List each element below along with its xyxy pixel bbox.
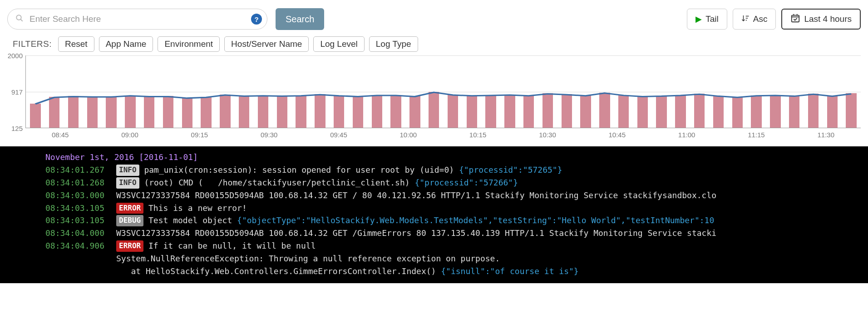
log-json: {"isnull":"of course it is"} — [441, 266, 578, 276]
calendar-icon — [790, 13, 800, 25]
chart-line — [35, 92, 851, 104]
log-level-badge: DEBUG — [116, 215, 143, 226]
search-button[interactable]: Search — [276, 8, 324, 30]
filter-reset[interactable]: Reset — [58, 36, 94, 52]
log-timestamp: 08:34:04.906 — [45, 240, 116, 252]
log-message: DEBUG Test model object {"objectType":"H… — [116, 214, 868, 227]
xtick: 10:15 — [443, 131, 513, 139]
log-message: ERROR This is a new error! — [116, 202, 868, 215]
log-stack-line: at HelloStackify.Web.Controllers.GimmeEr… — [0, 265, 868, 278]
log-message: W3SVC1273337584 RD00155D5094AB 100.68.14… — [116, 227, 868, 240]
log-timestamp: 08:34:01.267 — [45, 164, 116, 176]
log-row[interactable]: 08:34:03.105DEBUG Test model object {"ob… — [0, 214, 868, 227]
filter-host-server-name[interactable]: Host/Server Name — [224, 36, 309, 52]
log-json: {"processid":"57265"} — [459, 165, 562, 175]
x-axis-labels: 08:4509:0009:1509:3009:4510:0010:1510:30… — [25, 131, 861, 139]
log-pane: November 1st, 2016 [2016-11-01] 08:34:01… — [0, 146, 868, 283]
filters-label: FILTERS: — [13, 39, 54, 49]
log-message: INFO (root) CMD ( /home/stackifyuser/pet… — [116, 176, 868, 189]
search-wrap: ? — [7, 9, 267, 30]
ytick: 2000 — [8, 52, 23, 60]
log-timestamp: 08:34:03.105 — [45, 214, 116, 227]
log-timestamp: 08:34:01.268 — [45, 176, 116, 189]
filters-row: FILTERS: ResetApp NameEnvironmentHost/Se… — [0, 36, 868, 55]
xtick: 11:15 — [721, 131, 791, 139]
log-row[interactable]: 08:34:04.000W3SVC1273337584 RD00155D5094… — [0, 227, 868, 240]
log-message: ERROR If it can be null, it will be null — [116, 240, 868, 252]
log-timestamp: 08:34:03.000 — [45, 189, 116, 202]
time-range-label: Last 4 hours — [804, 14, 852, 24]
log-row[interactable]: 08:34:03.105ERROR This is a new error! — [0, 202, 868, 215]
log-json: {"processid":"57266"} — [414, 178, 518, 187]
xtick: 11:00 — [652, 131, 721, 139]
xtick: 09:45 — [304, 131, 373, 139]
filter-log-level[interactable]: Log Level — [313, 36, 364, 52]
log-row[interactable]: 08:34:01.268INFO (root) CMD ( /home/stac… — [0, 176, 868, 189]
xtick: 09:15 — [165, 131, 234, 139]
log-stack-line: System.NullReferenceException: Throwing … — [0, 252, 868, 265]
log-message: INFO pam_unix(cron:session): session ope… — [116, 164, 868, 176]
sort-asc-button[interactable]: Asc — [733, 9, 776, 30]
xtick: 10:30 — [513, 131, 582, 139]
filter-log-type[interactable]: Log Type — [369, 36, 418, 52]
log-message: W3SVC1273337584 RD00155D5094AB 100.68.14… — [116, 189, 868, 202]
search-icon — [15, 14, 24, 24]
svg-point-0 — [16, 15, 21, 20]
log-level-badge: INFO — [116, 177, 139, 189]
top-bar: ? Search ▶ Tail Asc Last 4 hours — [0, 0, 868, 36]
tail-label: Tail — [705, 14, 719, 24]
log-row[interactable]: 08:34:01.267INFO pam_unix(cron:session):… — [0, 164, 868, 176]
play-icon: ▶ — [695, 14, 702, 24]
time-range-button[interactable]: Last 4 hours — [781, 9, 861, 30]
log-row[interactable]: 08:34:03.000W3SVC1273337584 RD00155D5094… — [0, 189, 868, 202]
log-json: {"objectType":"HelloStackify.Web.Models.… — [237, 215, 714, 225]
log-level-badge: ERROR — [116, 240, 143, 252]
log-level-badge: ERROR — [116, 203, 143, 214]
help-icon[interactable]: ? — [251, 14, 262, 25]
ytick: 125 — [11, 125, 23, 132]
xtick: 10:00 — [374, 131, 443, 139]
xtick: 08:45 — [25, 131, 95, 139]
xtick: 09:00 — [95, 131, 164, 139]
sort-icon — [741, 14, 750, 24]
chart-area: 2000 917 125 08:4509:0009:1509:3009:4510… — [25, 55, 861, 146]
ytick: 917 — [11, 88, 23, 96]
xtick: 11:30 — [791, 131, 861, 139]
log-date-header: November 1st, 2016 [2016-11-01] — [0, 151, 868, 164]
tail-button[interactable]: ▶ Tail — [687, 9, 727, 30]
xtick: 09:30 — [234, 131, 304, 139]
y-axis-labels: 2000 917 125 — [5, 55, 23, 128]
log-row[interactable]: 08:34:04.906ERROR If it can be null, it … — [0, 240, 868, 252]
search-input[interactable] — [7, 9, 267, 30]
chart-plot[interactable] — [25, 55, 861, 128]
svg-line-1 — [20, 19, 23, 21]
filter-app-name[interactable]: App Name — [99, 36, 153, 52]
svg-rect-6 — [792, 15, 799, 22]
filter-environment[interactable]: Environment — [158, 36, 220, 52]
log-timestamp: 08:34:03.105 — [45, 202, 116, 215]
log-timestamp: 08:34:04.000 — [45, 227, 116, 240]
sort-label: Asc — [753, 14, 768, 24]
log-level-badge: INFO — [116, 165, 139, 176]
xtick: 10:45 — [582, 131, 652, 139]
